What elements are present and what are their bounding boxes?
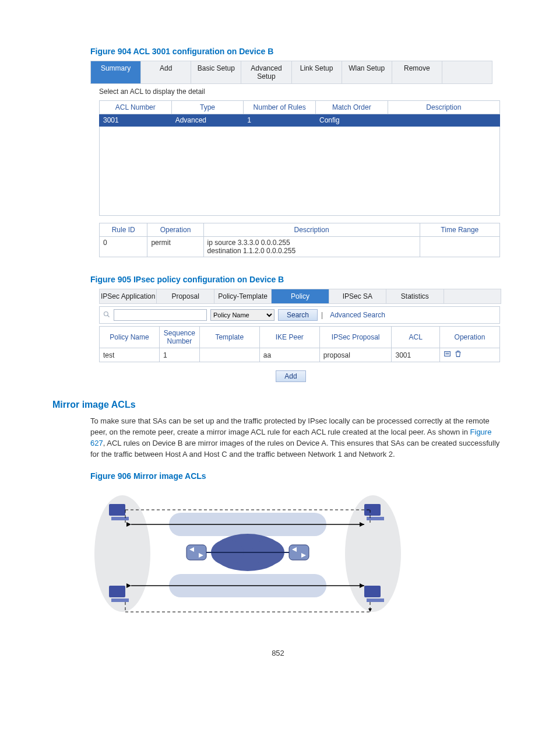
acl-rule-table: Rule ID Operation Description Time Range… (99, 223, 500, 257)
svg-point-0 (104, 312, 108, 316)
policy-seq-cell: 1 (160, 348, 200, 362)
acl-type-cell: Advanced (171, 114, 244, 127)
col-acl-type[interactable]: Type (171, 101, 244, 114)
tab-statistics[interactable]: Statistics (386, 289, 444, 303)
col-ike-peer[interactable]: IKE Peer (259, 327, 319, 348)
tab-remove[interactable]: Remove (392, 61, 442, 83)
svg-rect-10 (186, 545, 206, 560)
rule-id-cell: 0 (100, 237, 147, 257)
tab-wlan-setup[interactable]: Wlan Setup (342, 61, 392, 83)
acl-order-cell: Config (315, 114, 388, 127)
tab-summary[interactable]: Summary (91, 61, 141, 83)
rule-desc-cell: ip source 3.3.3.0 0.0.0.255 destination … (203, 237, 420, 257)
svg-line-1 (108, 315, 110, 317)
figure-904-caption: Figure 904 ACL 3001 configuration on Dev… (90, 47, 504, 56)
acl-list-empty-area (100, 127, 500, 216)
tab-ipsec-sa[interactable]: IPSec SA (329, 289, 386, 303)
policy-template-cell (199, 348, 259, 362)
add-policy-button[interactable]: Add (276, 370, 305, 382)
mirror-acl-diagram (90, 487, 417, 625)
acl-number-cell: 3001 (100, 114, 172, 127)
svg-rect-11 (289, 545, 309, 560)
tab-ipsec-application[interactable]: IPSec Application (100, 289, 157, 303)
acl-row-selected[interactable]: 3001 Advanced 1 Config (100, 114, 500, 127)
col-policy-name[interactable]: Policy Name (100, 327, 160, 348)
rule-op-cell: permit (147, 237, 203, 257)
acl-tabbar: Summary Add Basic Setup Advanced Setup L… (90, 61, 492, 84)
policy-proposal-cell: proposal (319, 348, 392, 362)
advanced-search-link[interactable]: Advanced Search (330, 311, 385, 319)
col-acl-rules[interactable]: Number of Rules (244, 101, 316, 114)
acl-rules-cell: 1 (244, 114, 316, 127)
svg-rect-19 (364, 586, 381, 597)
tab-empty (442, 61, 492, 83)
acl-hint: Select an ACL to display the detail (99, 88, 504, 96)
svg-rect-15 (109, 586, 125, 597)
tab-link-setup[interactable]: Link Setup (292, 61, 342, 83)
policy-op-cell (439, 348, 499, 362)
tab-policy[interactable]: Policy (272, 289, 329, 303)
svg-rect-13 (109, 504, 125, 516)
policy-acl-cell: 3001 (392, 348, 439, 362)
col-acl-desc[interactable]: Description (388, 101, 499, 114)
rule-desc-line2: destination 1.1.2.0 0.0.0.255 (207, 247, 416, 255)
svg-rect-14 (111, 517, 129, 520)
rule-desc-line1: ip source 3.3.3.0 0.0.0.255 (207, 239, 416, 247)
tab-add[interactable]: Add (141, 61, 191, 83)
policy-search-input[interactable] (114, 309, 207, 321)
tab-proposal[interactable]: Proposal (157, 289, 214, 303)
col-template[interactable]: Template (199, 327, 259, 348)
tab-advanced-setup[interactable]: Advanced Setup (241, 61, 291, 83)
delete-icon[interactable] (454, 350, 462, 358)
tab-basic-setup[interactable]: Basic Setup (191, 61, 241, 83)
tab-policy-template[interactable]: Policy-Template (214, 289, 272, 303)
ipsec-tabbar: IPSec Application Proposal Policy-Templa… (99, 289, 501, 304)
col-rule-desc[interactable]: Description (203, 223, 420, 237)
acl-list-table: ACL Number Type Number of Rules Match Or… (99, 100, 500, 216)
section-mirror-acls-title: Mirror image ACLs (52, 400, 504, 410)
page-number: 852 (52, 649, 504, 657)
col-operation[interactable]: Operation (439, 327, 499, 348)
section-mirror-acls-para: To make sure that SAs can be set up and … (90, 416, 504, 460)
para-suffix: , ACL rules on Device B are mirror image… (90, 439, 499, 459)
search-button[interactable]: Search (278, 309, 318, 321)
col-acl-order[interactable]: Match Order (315, 101, 388, 114)
col-sequence[interactable]: Sequence Number (160, 327, 200, 348)
rule-row[interactable]: 0 permit ip source 3.3.3.0 0.0.0.255 des… (100, 237, 500, 257)
svg-rect-20 (367, 598, 384, 602)
policy-row[interactable]: test 1 aa proposal 3001 (100, 348, 500, 362)
col-acl-number[interactable]: ACL Number (100, 101, 172, 114)
figure-905-caption: Figure 905 IPsec policy configuration on… (90, 275, 504, 284)
col-acl[interactable]: ACL (392, 327, 439, 348)
policy-ike-cell: aa (259, 348, 319, 362)
policy-search-field-select[interactable]: Policy Name (210, 309, 275, 321)
policy-table: Policy Name Sequence Number Template IKE… (99, 326, 500, 362)
router-right-icon (289, 545, 309, 560)
para-prefix: To make sure that SAs can be set up and … (90, 416, 490, 436)
col-rule-op[interactable]: Operation (147, 223, 203, 237)
col-ipsec-proposal[interactable]: IPSec Proposal (319, 327, 392, 348)
col-rule-time[interactable]: Time Range (420, 223, 499, 237)
acl-desc-cell (388, 114, 499, 127)
policy-name-cell: test (100, 348, 160, 362)
figure-906-caption: Figure 906 Mirror image ACLs (90, 471, 504, 481)
svg-rect-18 (367, 517, 384, 520)
col-rule-id[interactable]: Rule ID (100, 223, 147, 237)
search-icon (103, 311, 110, 320)
svg-rect-16 (111, 598, 129, 602)
policy-search-row: Policy Name Search | Advanced Search (99, 306, 500, 324)
rule-time-cell (420, 237, 499, 257)
edit-icon[interactable] (444, 350, 452, 358)
tab-empty-2 (444, 289, 501, 303)
router-left-icon (186, 545, 206, 560)
